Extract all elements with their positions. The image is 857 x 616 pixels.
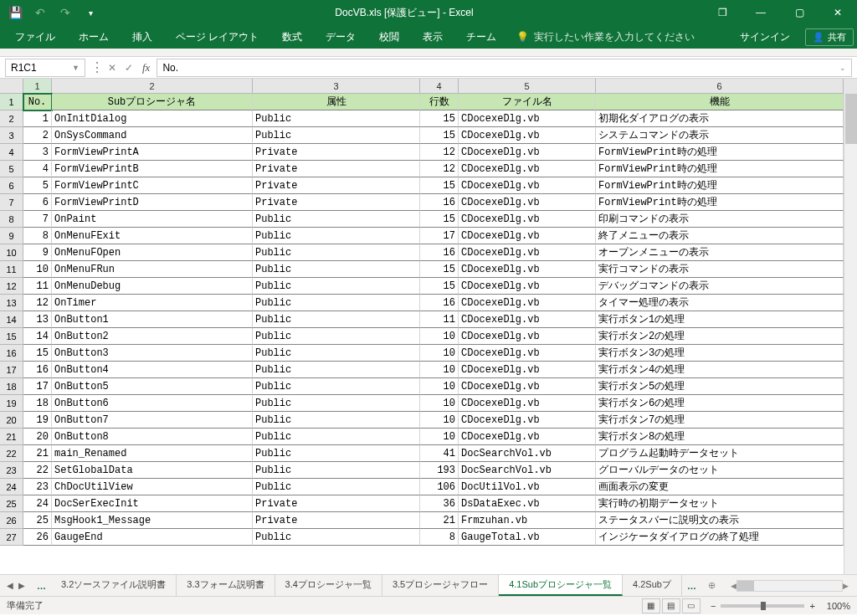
row-header[interactable]: 16 xyxy=(0,345,23,362)
cell[interactable]: 2 xyxy=(23,127,52,144)
cell[interactable]: デバッグコマンドの表示 xyxy=(596,278,844,295)
sheet-tab[interactable]: 4.1Subプロシージャ一覧 xyxy=(499,575,623,596)
horizontal-scrollbar[interactable]: ◀ ▶ xyxy=(722,580,857,592)
cell[interactable]: DocSearchVol.vb xyxy=(459,445,596,462)
cell[interactable]: プログラム起動時データセット xyxy=(596,445,844,462)
cell[interactable]: Private xyxy=(253,512,420,529)
cell[interactable]: CDocexeDlg.vb xyxy=(459,161,596,177)
row-header[interactable]: 18 xyxy=(0,378,23,395)
cell[interactable]: 17 xyxy=(23,378,52,395)
cell[interactable]: 15 xyxy=(420,278,459,295)
cell[interactable]: Private xyxy=(253,177,420,194)
cell[interactable]: 10 xyxy=(420,429,459,445)
cell[interactable]: 10 xyxy=(420,362,459,378)
cell[interactable]: Public xyxy=(253,529,420,546)
share-button[interactable]: 👤 共有 xyxy=(805,28,854,46)
cell[interactable]: 実行ボタン8の処理 xyxy=(596,429,844,445)
cell[interactable]: CDocexeDlg.vb xyxy=(459,328,596,345)
cell[interactable]: CDocexeDlg.vb xyxy=(459,345,596,362)
cell[interactable]: 12 xyxy=(420,144,459,161)
cell[interactable]: Public xyxy=(253,479,420,495)
cell[interactable]: 21 xyxy=(420,512,459,529)
cell[interactable]: FormViewPrint時の処理 xyxy=(596,144,844,161)
vertical-scrollbar[interactable] xyxy=(844,94,857,574)
cell[interactable]: Private xyxy=(253,161,420,177)
tell-me-search[interactable]: 💡 実行したい作業を入力してください xyxy=(508,30,728,44)
cell[interactable]: Frmzuhan.vb xyxy=(459,512,596,529)
name-box[interactable]: R1C1 ▼ xyxy=(5,59,85,77)
cell[interactable]: 18 xyxy=(23,395,52,412)
cell[interactable]: CDocexeDlg.vb xyxy=(459,412,596,429)
row-header[interactable]: 9 xyxy=(0,228,23,244)
cell[interactable]: 10 xyxy=(23,261,52,278)
undo-icon[interactable]: ↶ xyxy=(33,6,47,19)
scrollbar-thumb[interactable] xyxy=(737,581,754,591)
cell[interactable]: OnButton6 xyxy=(52,395,253,412)
cell[interactable]: CDocexeDlg.vb xyxy=(459,429,596,445)
sheet-tab[interactable]: 4.2Subプ xyxy=(623,575,682,596)
cell[interactable]: CDocexeDlg.vb xyxy=(459,295,596,311)
cell[interactable]: 実行ボタン2の処理 xyxy=(596,328,844,345)
cell[interactable]: OnButton4 xyxy=(52,362,253,378)
cell[interactable]: main_Renamed xyxy=(52,445,253,462)
header-cell[interactable]: 属性 xyxy=(253,94,420,110)
cell[interactable]: システムコマンドの表示 xyxy=(596,127,844,144)
cell[interactable]: タイマー処理の表示 xyxy=(596,295,844,311)
row-header[interactable]: 11 xyxy=(0,261,23,278)
header-cell[interactable]: 行数 xyxy=(420,94,459,110)
row-header[interactable]: 5 xyxy=(0,161,23,177)
cell[interactable]: Public xyxy=(253,395,420,412)
sheet-tab[interactable]: 3.2ソースファイル説明書 xyxy=(51,575,177,596)
cell[interactable]: 19 xyxy=(23,412,52,429)
row-header[interactable]: 23 xyxy=(0,462,23,479)
cell[interactable]: 1 xyxy=(23,110,52,127)
cell[interactable]: OnPaint xyxy=(52,211,253,228)
cell[interactable]: 24 xyxy=(23,495,52,512)
cell[interactable]: 実行ボタン6の処理 xyxy=(596,395,844,412)
row-header[interactable]: 6 xyxy=(0,177,23,194)
column-header[interactable]: 2 xyxy=(52,79,253,94)
cell[interactable]: 16 xyxy=(23,362,52,378)
cell[interactable]: 15 xyxy=(420,110,459,127)
cell[interactable]: CDocexeDlg.vb xyxy=(459,311,596,328)
sheet-nav-prev-icon[interactable]: ◀ xyxy=(7,581,13,590)
cell[interactable]: 10 xyxy=(420,345,459,362)
ribbon-tab-0[interactable]: ファイル xyxy=(3,25,67,49)
sheet-tab[interactable]: 3.4プロシージャ一覧 xyxy=(275,575,382,596)
cell[interactable]: 実行ボタン3の処理 xyxy=(596,345,844,362)
cell[interactable]: 12 xyxy=(420,161,459,177)
cell[interactable]: 10 xyxy=(420,395,459,412)
cell[interactable]: FormViewPrint時の処理 xyxy=(596,177,844,194)
cell[interactable]: 実行ボタン7の処理 xyxy=(596,412,844,429)
chevron-down-icon[interactable]: ▼ xyxy=(72,64,80,72)
cell[interactable]: 実行コマンドの表示 xyxy=(596,261,844,278)
cell[interactable]: Public xyxy=(253,429,420,445)
cell[interactable]: 15 xyxy=(420,261,459,278)
cell[interactable]: Public xyxy=(253,261,420,278)
cell[interactable]: OnMenuDebug xyxy=(52,278,253,295)
cell[interactable]: CDocexeDlg.vb xyxy=(459,211,596,228)
cell[interactable]: 4 xyxy=(23,161,52,177)
cell[interactable]: 画面表示の変更 xyxy=(596,479,844,495)
cell[interactable]: 193 xyxy=(420,462,459,479)
row-header[interactable]: 3 xyxy=(0,127,23,144)
cell[interactable]: 実行ボタン1の処理 xyxy=(596,311,844,328)
cell[interactable]: CDocexeDlg.vb xyxy=(459,261,596,278)
cell[interactable]: ChDocUtilView xyxy=(52,479,253,495)
cell[interactable]: 10 xyxy=(420,328,459,345)
cell[interactable]: SetGlobalData xyxy=(52,462,253,479)
cell[interactable]: オープンメニューの表示 xyxy=(596,244,844,261)
redo-icon[interactable]: ↷ xyxy=(59,6,72,19)
cell[interactable]: FormViewPrintA xyxy=(52,144,253,161)
row-header[interactable]: 2 xyxy=(0,110,23,127)
cell[interactable]: 実行ボタン4の処理 xyxy=(596,362,844,378)
cell[interactable]: Public xyxy=(253,362,420,378)
header-cell[interactable]: ファイル名 xyxy=(459,94,596,110)
page-break-view-icon[interactable]: ▭ xyxy=(682,598,700,613)
header-cell[interactable]: 機能 xyxy=(596,94,844,110)
cell[interactable]: CDocexeDlg.vb xyxy=(459,228,596,244)
cell[interactable]: 22 xyxy=(23,462,52,479)
ribbon-tab-1[interactable]: ホーム xyxy=(67,25,121,49)
cell[interactable]: OnButton8 xyxy=(52,429,253,445)
column-header[interactable]: 6 xyxy=(596,79,844,94)
